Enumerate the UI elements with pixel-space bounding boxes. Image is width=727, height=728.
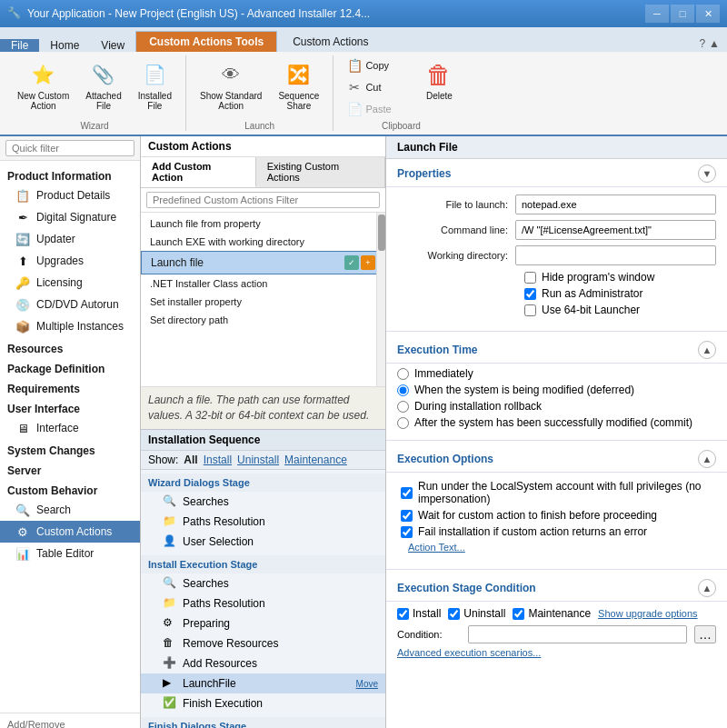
stage-searches-1[interactable]: 🔍 Searches	[141, 492, 385, 512]
close-button[interactable]: ✕	[696, 5, 720, 23]
sidebar-section-system-changes[interactable]: System Changes	[0, 439, 140, 459]
stage-add-resources[interactable]: ➕ Add Resources	[141, 653, 385, 673]
stage-finish-execution[interactable]: ✅ Finish Execution	[141, 693, 385, 713]
wait-for-action-checkbox[interactable]	[401, 510, 413, 522]
sidebar-item-search[interactable]: 🔍 Search	[0, 499, 140, 521]
cut-button[interactable]: ✂ Cut	[341, 77, 413, 97]
sidebar-section-product-info[interactable]: Product Information	[0, 165, 140, 184]
action-description: Launch a file. The path can use formatte…	[141, 386, 385, 429]
run-as-admin-checkbox[interactable]	[524, 288, 536, 300]
sidebar-section-package-definition[interactable]: Package Definition	[0, 357, 140, 377]
menu-view[interactable]: View	[90, 39, 135, 52]
action-set-installer-property[interactable]: Set installer property	[141, 293, 385, 311]
stage-preparing[interactable]: ⚙ Preparing	[141, 613, 385, 633]
show-option-uninstall[interactable]: Uninstall	[237, 454, 279, 466]
minimize-button[interactable]: ─	[645, 5, 669, 23]
execution-options-collapse-button[interactable]: ▲	[698, 450, 716, 468]
sidebar-item-digital-signature[interactable]: ✒ Digital Signature	[0, 206, 140, 228]
sequence-share-button[interactable]: 🔀 SequenceShare	[272, 55, 325, 115]
section-divider-3	[386, 569, 727, 570]
radio-immediately[interactable]	[397, 368, 409, 380]
maximize-button[interactable]: □	[671, 5, 694, 23]
tab-custom-actions[interactable]: Custom Actions	[279, 31, 382, 52]
show-option-install[interactable]: Install	[204, 454, 232, 466]
stage-launch-file-move[interactable]: Move	[356, 679, 378, 689]
action-net-installer[interactable]: .NET Installer Class action	[141, 274, 385, 293]
sidebar-section-resources[interactable]: Resources	[0, 337, 140, 357]
stage-remove-resources[interactable]: 🗑 Remove Resources	[141, 633, 385, 653]
sidebar-item-upgrades-label: Upgrades	[36, 254, 84, 267]
sidebar-item-interface[interactable]: 🖥 Interface	[0, 417, 140, 439]
sidebar-item-cdvd-autorun[interactable]: 💿 CD/DVD Autorun	[0, 294, 140, 315]
tab-existing-custom-actions[interactable]: Existing Custom Actions	[256, 157, 385, 187]
radio-rollback[interactable]	[397, 401, 409, 413]
copy-button[interactable]: 📋 Copy	[341, 55, 413, 75]
action-launch-file-property[interactable]: Launch file from property	[141, 214, 385, 233]
command-line-input[interactable]	[515, 220, 716, 240]
installed-file-button[interactable]: 📄 InstalledFile	[132, 55, 178, 115]
condition-maintenance-checkbox[interactable]	[513, 608, 524, 620]
run-localsystem-checkbox[interactable]	[401, 487, 413, 499]
action-text-link[interactable]: Action Text...	[397, 542, 716, 553]
stage-paths-resolution-2[interactable]: 📁 Paths Resolution	[141, 593, 385, 613]
paste-button[interactable]: 📄 Paste	[341, 99, 413, 119]
tab-add-custom-action[interactable]: Add Custom Action	[141, 157, 256, 187]
delete-button[interactable]: 🗑 Delete	[417, 55, 461, 105]
condition-browse-button[interactable]: …	[694, 625, 716, 643]
sidebar-section-server[interactable]: Server	[0, 459, 140, 479]
fail-installation-checkbox[interactable]	[401, 526, 413, 538]
sidebar-section-requirements[interactable]: Requirements	[0, 377, 140, 397]
upgrades-icon: ⬆	[15, 253, 31, 269]
sidebar-item-updater[interactable]: 🔄 Updater	[0, 228, 140, 250]
sidebar-section-custom-behavior[interactable]: Custom Behavior	[0, 479, 140, 499]
working-directory-input[interactable]	[515, 245, 716, 265]
hide-programs-window-checkbox[interactable]	[524, 272, 536, 284]
action-icon-green[interactable]: ✓	[344, 255, 359, 270]
radio-commit[interactable]	[397, 417, 409, 429]
actions-scrollbar[interactable]	[376, 213, 385, 386]
install-seq-title: Installation Sequence	[148, 434, 260, 446]
stage-searches-2[interactable]: 🔍 Searches	[141, 573, 385, 593]
action-icon-orange[interactable]: +	[361, 255, 375, 270]
condition-maintenance-label: Maintenance	[528, 607, 591, 620]
new-custom-action-button[interactable]: ⭐ New CustomAction	[11, 55, 75, 115]
sidebar-item-multiple-instances[interactable]: 📦 Multiple Instances	[0, 315, 140, 337]
sidebar-item-product-details[interactable]: 📋 Product Details	[0, 184, 140, 206]
sidebar-item-licensing[interactable]: 🔑 Licensing	[0, 272, 140, 294]
stage-paths-resolution-1[interactable]: 📁 Paths Resolution	[141, 512, 385, 532]
sidebar-item-upgrades[interactable]: ⬆ Upgrades	[0, 250, 140, 272]
advanced-execution-scenarios-link[interactable]: Advanced execution scenarios...	[397, 647, 716, 658]
show-option-all[interactable]: All	[184, 454, 197, 466]
action-launch-exe-working-dir[interactable]: Launch EXE with working directory	[141, 233, 385, 251]
sidebar-add-remove[interactable]: Add/Remove	[0, 713, 140, 728]
condition-uninstall-checkbox[interactable]	[448, 608, 460, 620]
use-64bit-launcher-checkbox[interactable]	[524, 304, 536, 316]
condition-install-checkbox[interactable]	[397, 608, 409, 620]
show-standard-action-button[interactable]: 👁 Show StandardAction	[194, 55, 268, 115]
radio-deferred-label: When the system is being modified (defer…	[414, 384, 634, 396]
filter-search-input[interactable]	[146, 192, 380, 208]
properties-collapse-button[interactable]: ▼	[698, 165, 716, 183]
file-to-launch-input[interactable]	[515, 194, 716, 214]
show-upgrade-options-link[interactable]: Show upgrade options	[598, 608, 697, 619]
show-option-maintenance[interactable]: Maintenance	[284, 454, 347, 466]
ribbon-collapse-icon[interactable]: ▲	[709, 37, 720, 50]
menu-file[interactable]: File	[0, 39, 39, 52]
menu-home[interactable]: Home	[39, 39, 90, 52]
sidebar-item-custom-actions[interactable]: ⚙ Custom Actions	[0, 521, 140, 543]
action-set-directory-path[interactable]: Set directory path	[141, 311, 385, 329]
action-launch-file[interactable]: Launch file ✓ +	[141, 251, 385, 274]
tab-custom-actions-tools[interactable]: Custom Actions Tools	[135, 31, 277, 52]
launch-buttons: 👁 Show StandardAction 🔀 SequenceShare	[194, 55, 325, 119]
sidebar-item-table-editor[interactable]: 📊 Table Editor	[0, 543, 140, 564]
exec-stage-condition-collapse-button[interactable]: ▲	[698, 579, 716, 597]
stage-user-selection[interactable]: 👤 User Selection	[141, 532, 385, 552]
stage-launch-file[interactable]: ▶ LaunchFile Move	[141, 673, 385, 693]
ribbon-group-clipboard: 📋 Copy ✂ Cut 📄 Paste 🗑 Delete	[334, 55, 468, 131]
radio-deferred[interactable]	[397, 384, 409, 396]
quick-filter-input[interactable]	[5, 140, 134, 156]
execution-time-collapse-button[interactable]: ▲	[698, 341, 716, 359]
sidebar-section-user-interface[interactable]: User Interface	[0, 397, 140, 417]
attached-file-button[interactable]: 📎 AttachedFile	[79, 55, 127, 115]
condition-input[interactable]	[468, 625, 687, 643]
